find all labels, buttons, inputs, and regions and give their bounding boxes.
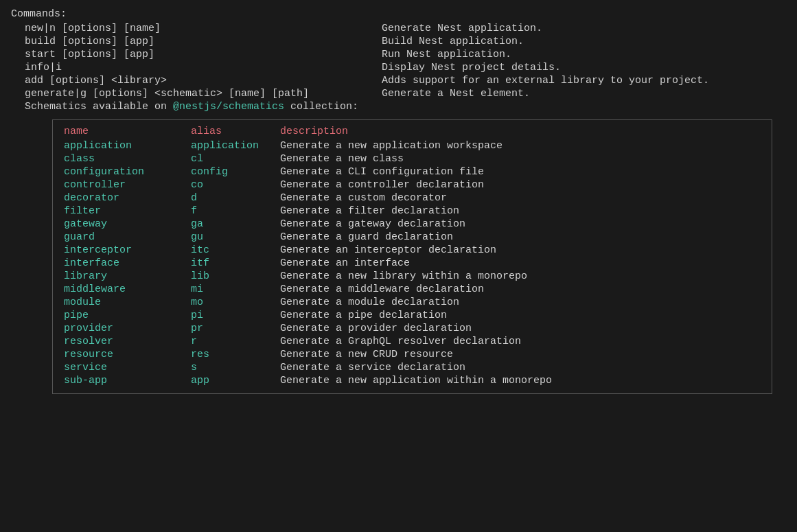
command-syntax: start [options] [app] [25,49,382,60]
schematic-name: provider [64,323,191,334]
command-syntax: add [options] <library> [25,75,382,86]
commands-list: new|n [options] [name]Generate Nest appl… [11,23,786,100]
schematic-name: interceptor [64,244,191,256]
schematics-collection-name: @nestjs/schematics [173,101,284,113]
schematic-alias: r [191,336,280,347]
command-row: info|iDisplay Nest project details. [11,62,786,73]
command-row: start [options] [app]Run Nest applicatio… [11,49,786,60]
table-row: classclGenerate a new class [64,153,761,165]
schematics-note: Schematics available on @nestjs/schemati… [11,101,786,113]
schematic-description: Generate an interface [280,257,761,269]
schematic-name: controller [64,179,191,191]
command-description: Generate Nest application. [382,23,542,34]
schematic-alias: pr [191,323,280,334]
table-row: interceptoritcGenerate an interceptor de… [64,244,761,256]
schematic-alias: gu [191,231,280,243]
schematic-description: Generate a guard declaration [280,231,761,243]
table-row: decoratordGenerate a custom decorator [64,192,761,204]
schematic-name: library [64,270,191,282]
schematic-description: Generate a GraphQL resolver declaration [280,336,761,347]
header-name: name [64,126,191,137]
command-syntax: build [options] [app] [25,36,382,47]
schematic-name: interface [64,257,191,269]
table-row: middlewaremiGenerate a middleware declar… [64,284,761,295]
schematic-name: pipe [64,310,191,321]
command-syntax: new|n [options] [name] [25,23,382,34]
schematic-alias: cl [191,153,280,165]
command-description: Run Nest application. [382,49,511,60]
schematic-description: Generate a CLI configuration file [280,166,761,178]
command-description: Adds support for an external library to … [382,75,709,86]
schematic-description: Generate a gateway declaration [280,218,761,230]
schematic-name: service [64,362,191,373]
schematic-description: Generate a new class [280,153,761,165]
schematic-alias: mi [191,284,280,295]
table-row: pipepiGenerate a pipe declaration [64,310,761,321]
command-syntax: info|i [25,62,382,73]
schematic-alias: d [191,192,280,204]
table-row: librarylibGenerate a new library within … [64,270,761,282]
table-row: modulemoGenerate a module declaration [64,297,761,308]
schematic-description: Generate a new application within a mono… [280,375,761,386]
schematic-name: sub-app [64,375,191,386]
schematic-name: application [64,140,191,152]
commands-section: Commands: new|n [options] [name]Generate… [11,8,786,394]
schematic-description: Generate a pipe declaration [280,310,761,321]
command-row: new|n [options] [name]Generate Nest appl… [11,23,786,34]
schematic-alias: f [191,205,280,217]
table-row: applicationapplicationGenerate a new app… [64,140,761,152]
schematic-description: Generate a new CRUD resource [280,349,761,360]
schematic-name: gateway [64,218,191,230]
schematic-description: Generate a service declaration [280,362,761,373]
header-alias: alias [191,126,280,137]
schematic-alias: itc [191,244,280,256]
table-row: resolverrGenerate a GraphQL resolver dec… [64,336,761,347]
schematics-table: name alias description applicationapplic… [52,119,772,394]
command-description: Generate a Nest element. [382,88,530,100]
table-row: filterfGenerate a filter declaration [64,205,761,217]
schematic-name: resolver [64,336,191,347]
schematic-alias: co [191,179,280,191]
command-row: build [options] [app]Build Nest applicat… [11,36,786,47]
schematic-description: Generate a middleware declaration [280,284,761,295]
schematic-alias: s [191,362,280,373]
schematic-description: Generate a filter declaration [280,205,761,217]
table-row: configurationconfigGenerate a CLI config… [64,166,761,178]
schematic-alias: config [191,166,280,178]
table-row: servicesGenerate a service declaration [64,362,761,373]
schematic-alias: res [191,349,280,360]
schematic-alias: pi [191,310,280,321]
schematic-description: Generate a provider declaration [280,323,761,334]
schematic-name: decorator [64,192,191,204]
command-description: Build Nest application. [382,36,524,47]
header-description: description [280,126,761,137]
schematic-alias: ga [191,218,280,230]
schematic-description: Generate a controller declaration [280,179,761,191]
table-row: interfaceitfGenerate an interface [64,257,761,269]
table-row: sub-appappGenerate a new application wit… [64,375,761,386]
schematics-note-prefix: Schematics available on [25,101,173,113]
schematic-name: middleware [64,284,191,295]
schematic-description: Generate a new library within a monorepo [280,270,761,282]
table-row: gatewaygaGenerate a gateway declaration [64,218,761,230]
commands-label: Commands: [11,8,786,20]
table-row: controllercoGenerate a controller declar… [64,179,761,191]
schematic-name: module [64,297,191,308]
schematic-alias: mo [191,297,280,308]
command-row: add [options] <library>Adds support for … [11,75,786,86]
schematic-alias: application [191,140,280,152]
schematic-description: Generate a custom decorator [280,192,761,204]
schematic-description: Generate an interceptor declaration [280,244,761,256]
table-row: resourceresGenerate a new CRUD resource [64,349,761,360]
schematic-name: class [64,153,191,165]
schematic-name: resource [64,349,191,360]
schematic-alias: lib [191,270,280,282]
schematic-alias: itf [191,257,280,269]
command-description: Display Nest project details. [382,62,561,73]
command-row: generate|g [options] <schematic> [name] … [11,88,786,100]
schematic-description: Generate a new application workspace [280,140,761,152]
table-header-row: name alias description [64,126,761,137]
table-body: applicationapplicationGenerate a new app… [64,140,761,386]
schematic-alias: app [191,375,280,386]
schematic-description: Generate a module declaration [280,297,761,308]
